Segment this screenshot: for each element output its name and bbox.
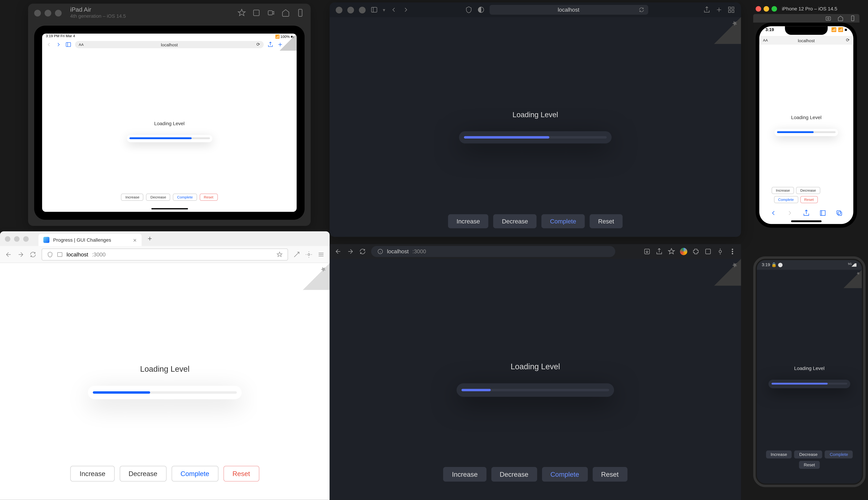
back-icon[interactable] — [390, 6, 397, 13]
maximize-icon[interactable] — [55, 9, 61, 16]
back-icon[interactable] — [334, 248, 342, 255]
record-icon[interactable] — [267, 9, 275, 17]
install-icon[interactable] — [643, 248, 651, 255]
home-indicator[interactable] — [791, 220, 822, 222]
address-bar[interactable]: localhost — [489, 5, 648, 14]
decrease-button[interactable]: Decrease — [493, 214, 537, 228]
reset-button[interactable]: Reset — [799, 461, 820, 469]
newtab-icon[interactable] — [716, 6, 723, 13]
reload-icon[interactable] — [638, 7, 644, 13]
bookmark-icon[interactable] — [668, 248, 675, 255]
reset-button[interactable]: Reset — [199, 194, 218, 201]
decrease-button[interactable]: Decrease — [491, 467, 537, 481]
decrease-button[interactable]: Decrease — [119, 466, 167, 481]
extensions-icon[interactable] — [692, 248, 699, 255]
reset-button[interactable]: Reset — [800, 196, 818, 203]
decrease-button[interactable]: Decrease — [795, 451, 823, 458]
reset-button[interactable]: Reset — [590, 214, 623, 228]
maximize-icon[interactable] — [23, 236, 29, 242]
menu-icon[interactable] — [317, 251, 324, 258]
reset-button[interactable]: Reset — [223, 466, 259, 481]
android-device-frame: 3:19 🔒 ⬤ ⁵ᴳ◢▮ Loading Level Increase Dec… — [753, 257, 866, 487]
extension-icon[interactable] — [293, 251, 300, 258]
back-icon[interactable] — [5, 251, 12, 258]
minimize-icon[interactable] — [347, 7, 354, 13]
extension-icon[interactable] — [717, 248, 724, 255]
sidebar-icon[interactable] — [65, 42, 71, 48]
close-icon[interactable] — [5, 236, 10, 242]
share-icon[interactable] — [267, 42, 273, 48]
extension-icon[interactable] — [704, 248, 711, 255]
complete-button[interactable]: Complete — [542, 467, 587, 481]
sidebar-icon[interactable] — [370, 6, 378, 13]
increase-button[interactable]: Increase — [772, 187, 794, 194]
device-icon[interactable] — [849, 15, 856, 21]
forward-icon[interactable] — [402, 6, 410, 13]
bookmarks-icon[interactable] — [819, 209, 826, 217]
reset-button[interactable]: Reset — [593, 467, 627, 481]
minimize-icon[interactable] — [45, 9, 52, 16]
address-bar[interactable]: AA localhost ⟳ — [759, 36, 853, 44]
forward-icon[interactable] — [786, 209, 793, 217]
safari-bottom-toolbar — [759, 207, 853, 219]
minimize-icon[interactable] — [764, 6, 769, 11]
pin-icon[interactable] — [238, 9, 246, 17]
share-icon[interactable] — [655, 248, 663, 255]
theme-icon[interactable] — [477, 6, 484, 13]
increase-button[interactable]: Increase — [443, 467, 486, 481]
close-icon[interactable] — [756, 6, 761, 11]
forward-icon[interactable] — [56, 42, 61, 48]
complete-button[interactable]: Complete — [541, 214, 585, 228]
browser-tab[interactable]: Progress | GUI Challenges × — [38, 234, 142, 246]
bookmark-icon[interactable] — [276, 251, 283, 257]
extension-icon[interactable] — [680, 248, 687, 255]
address-bar[interactable]: localhost:3000 — [42, 248, 288, 260]
visbug-corner-tag[interactable] — [714, 259, 741, 286]
reload-icon[interactable] — [359, 248, 366, 255]
close-icon[interactable] — [34, 9, 41, 16]
increase-button[interactable]: Increase — [766, 451, 792, 458]
decrease-button[interactable]: Decrease — [796, 187, 820, 194]
tabs-icon[interactable] — [835, 209, 843, 217]
home-icon[interactable] — [282, 9, 290, 17]
share-icon[interactable] — [703, 6, 710, 13]
minimize-icon[interactable] — [14, 236, 20, 242]
home-indicator[interactable] — [151, 208, 188, 209]
complete-button[interactable]: Complete — [825, 451, 853, 458]
shield-icon[interactable] — [465, 6, 472, 13]
reload-icon[interactable] — [29, 251, 37, 258]
back-icon[interactable] — [770, 209, 777, 217]
maximize-icon[interactable] — [359, 7, 366, 13]
visbug-corner-tag[interactable] — [714, 17, 741, 44]
shield-icon[interactable] — [47, 251, 53, 257]
menu-icon[interactable] — [729, 248, 736, 255]
home-icon[interactable] — [837, 15, 844, 21]
forward-icon[interactable] — [17, 251, 24, 258]
newtab-icon[interactable]: + — [148, 234, 152, 243]
visbug-corner-tag[interactable] — [844, 270, 862, 288]
extension-icon[interactable] — [305, 251, 312, 258]
maximize-icon[interactable] — [772, 6, 777, 11]
screenshot-icon[interactable] — [825, 15, 831, 21]
address-bar[interactable]: AA localhost ⟳ — [75, 41, 264, 48]
back-icon[interactable] — [46, 42, 52, 48]
increase-button[interactable]: Increase — [121, 194, 144, 201]
screenshot-icon[interactable] — [252, 9, 261, 17]
close-icon[interactable] — [336, 7, 343, 13]
share-icon[interactable] — [802, 209, 810, 217]
visbug-corner-tag[interactable] — [303, 263, 330, 290]
forward-icon[interactable] — [347, 248, 354, 255]
info-icon[interactable] — [57, 251, 63, 257]
close-tab-icon[interactable]: × — [133, 237, 137, 243]
info-icon[interactable] — [377, 248, 383, 254]
visbug-corner-tag[interactable] — [279, 34, 297, 50]
decrease-button[interactable]: Decrease — [146, 194, 170, 201]
device-icon[interactable] — [296, 9, 305, 17]
increase-button[interactable]: Increase — [70, 466, 115, 481]
address-bar[interactable]: localhost:3000 — [371, 246, 615, 257]
complete-button[interactable]: Complete — [774, 196, 798, 203]
increase-button[interactable]: Increase — [448, 214, 489, 228]
tabs-icon[interactable] — [728, 6, 735, 13]
complete-button[interactable]: Complete — [173, 194, 197, 201]
complete-button[interactable]: Complete — [171, 466, 218, 481]
